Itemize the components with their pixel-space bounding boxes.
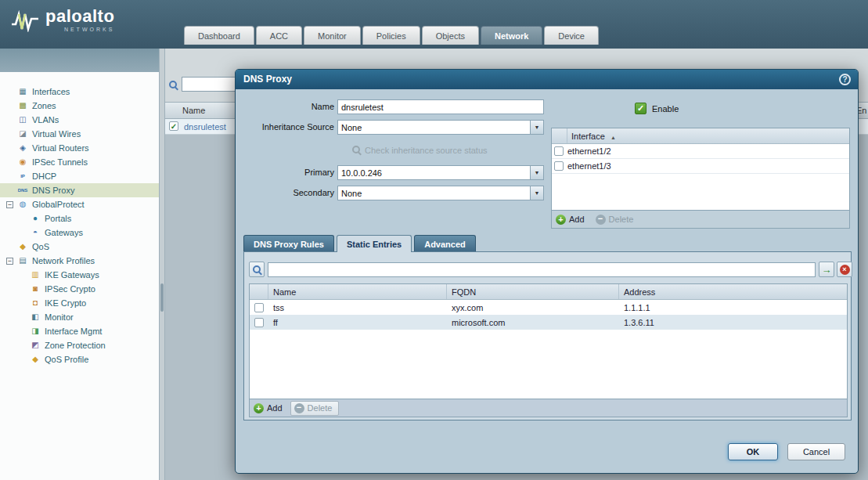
interface-name: ethernet1/3 [564, 161, 611, 171]
delete-interface-button[interactable]: − Delete [596, 215, 634, 225]
sidebar-item-globalprotect[interactable]: − ◍ GlobalProtect [0, 197, 159, 211]
sidebar-item-ike-gateways[interactable]: ▥ IKE Gateways [0, 268, 159, 282]
table-row[interactable]: ethernet1/3 [552, 159, 849, 174]
cell-fqdn: microsoft.com [447, 318, 619, 327]
tab-policies[interactable]: Policies [362, 26, 420, 45]
row-checkbox[interactable] [254, 303, 264, 312]
interface-checkbox-column [552, 128, 567, 143]
sidebar-nav: ▦ Interfaces ▩ Zones ◫ VLANs ◪ Virtual W… [0, 72, 159, 480]
close-icon: × [840, 265, 850, 275]
sidebar-item-ipsec-crypto[interactable]: ◙ IPSec Crypto [0, 282, 159, 296]
sidebar-item-qos-profile[interactable]: ◆ QoS Profile [0, 352, 159, 366]
sidebar-item-network-profiles[interactable]: − ▤ Network Profiles [0, 254, 159, 268]
minus-glyph: − [598, 214, 603, 223]
tab-dashboard[interactable]: Dashboard [184, 26, 254, 45]
sidebar-item-vlans[interactable]: ◫ VLANs [0, 113, 159, 127]
interface-column-header[interactable]: Interface ▲ [567, 128, 849, 143]
sidebar-item-virtual-wires[interactable]: ◪ Virtual Wires [0, 127, 159, 141]
add-static-entry-button[interactable]: + Add [254, 403, 283, 413]
collapse-icon[interactable]: − [6, 201, 13, 208]
search-button[interactable] [249, 262, 265, 277]
sidebar-item-ipsec-tunnels[interactable]: ◉ IPSec Tunnels [0, 155, 159, 169]
check-status-icon [351, 145, 362, 155]
delete-static-entry-button[interactable]: − Delete [290, 401, 340, 416]
enable-checkbox[interactable]: ✓ [635, 103, 646, 114]
sidebar-item-portals[interactable]: ● Portals [0, 211, 159, 226]
inheritance-dropdown-button[interactable]: ▼ [530, 120, 544, 135]
sidebar-item-monitor[interactable]: ◧ Monitor [0, 310, 159, 324]
screen: paloalto NETWORKS Dashboard ACC Monitor … [0, 0, 868, 480]
sidebar-item-zone-protection[interactable]: ◩ Zone Protection [0, 338, 159, 352]
tab-dns-proxy-rules[interactable]: DNS Proxy Rules [243, 235, 334, 252]
sidebar-item-label: Portals [45, 214, 71, 223]
sidebar-item-label: Network Profiles [32, 256, 95, 265]
static-entries-panel: → × Name FQDN Address tss xyx.com 1.1.1.… [243, 251, 852, 420]
splitter-handle[interactable] [160, 283, 164, 312]
clear-filter-button[interactable]: × [837, 262, 852, 277]
secondary-input[interactable] [337, 186, 530, 200]
primary-input[interactable] [337, 165, 530, 180]
brand-name: paloalto [45, 8, 114, 25]
sidebar-item-interfaces[interactable]: ▦ Interfaces [0, 85, 159, 99]
monitor-icon: ◧ [30, 312, 41, 323]
cell-name: tss [268, 303, 447, 312]
table-row[interactable]: ff microsoft.com 1.3.6.11 [250, 315, 847, 330]
ipsec-crypto-icon: ◙ [30, 283, 41, 294]
tab-monitor[interactable]: Monitor [304, 26, 361, 45]
sidebar-splitter[interactable] [159, 49, 165, 480]
tab-advanced[interactable]: Advanced [414, 235, 476, 252]
sidebar-item-label: Zones [32, 101, 56, 110]
check-inheritance-link[interactable]: Check inheritance source status [351, 145, 488, 155]
plus-glyph: + [256, 403, 261, 413]
apply-filter-button[interactable]: → [819, 262, 834, 277]
tab-device[interactable]: Device [544, 26, 599, 45]
secondary-dropdown-button[interactable]: ▼ [530, 186, 544, 200]
check-icon: ✓ [637, 103, 644, 114]
column-header-fqdn[interactable]: FQDN [447, 284, 619, 299]
sidebar-item-label: DNS Proxy [32, 186, 74, 195]
name-input[interactable] [337, 99, 544, 114]
inheritance-source-label: Inheritance Source [236, 122, 334, 132]
table-row[interactable]: ethernet1/2 [552, 144, 849, 159]
cancel-button[interactable]: Cancel [787, 443, 845, 460]
add-interface-button[interactable]: + Add [556, 215, 585, 225]
column-header-name[interactable]: Name [268, 284, 447, 299]
row-checkbox[interactable] [254, 318, 264, 327]
sidebar-item-interface-mgmt[interactable]: ◨ Interface Mgmt [0, 324, 159, 338]
help-icon[interactable]: ? [839, 74, 851, 85]
sidebar-item-gateways[interactable]: ◓ Gateways [0, 226, 159, 240]
sidebar-item-qos[interactable]: ◆ QoS [0, 240, 159, 254]
sidebar-item-label: Interfaces [32, 87, 70, 96]
dialog-title-bar[interactable]: DNS Proxy ? [236, 70, 858, 89]
globalprotect-icon: ◍ [17, 199, 28, 210]
sidebar-item-virtual-routers[interactable]: ◈ Virtual Routers [0, 141, 159, 155]
row-checkbox[interactable] [554, 161, 564, 171]
sidebar-item-dns-proxy[interactable]: DNS DNS Proxy [0, 183, 159, 197]
sidebar-item-ike-crypto[interactable]: ◘ IKE Crypto [0, 296, 159, 310]
table-row[interactable]: tss xyx.com 1.1.1.1 [250, 300, 847, 315]
virtual-wires-icon: ◪ [17, 128, 28, 139]
row-name-link[interactable]: dnsruletest [184, 122, 226, 132]
delete-label: Delete [308, 403, 333, 413]
ok-button[interactable]: OK [728, 443, 778, 460]
row-checkbox[interactable] [554, 146, 564, 156]
arrow-right-icon: → [822, 265, 832, 275]
tab-network[interactable]: Network [481, 26, 542, 45]
static-entries-search-input[interactable] [268, 262, 816, 277]
tab-objects[interactable]: Objects [422, 26, 479, 45]
tab-acc[interactable]: ACC [256, 26, 302, 45]
primary-dropdown-button[interactable]: ▼ [530, 165, 544, 180]
inheritance-source-input[interactable] [337, 120, 530, 135]
interface-mgmt-icon: ◨ [30, 326, 41, 337]
delete-icon: − [294, 403, 304, 413]
sidebar-item-zones[interactable]: ▩ Zones [0, 99, 159, 113]
column-header-address[interactable]: Address [619, 284, 847, 299]
sidebar-item-dhcp[interactable]: IP DHCP [0, 169, 159, 183]
paloalto-logo: paloalto NETWORKS [11, 8, 114, 32]
collapse-icon[interactable]: − [6, 258, 13, 265]
row-checkbox[interactable]: ✓ [169, 121, 178, 131]
column-header-name[interactable]: Name [182, 106, 205, 115]
tab-static-entries[interactable]: Static Entries [337, 235, 412, 252]
sidebar-item-label: Gateways [45, 228, 83, 237]
sort-asc-icon: ▲ [610, 135, 616, 140]
